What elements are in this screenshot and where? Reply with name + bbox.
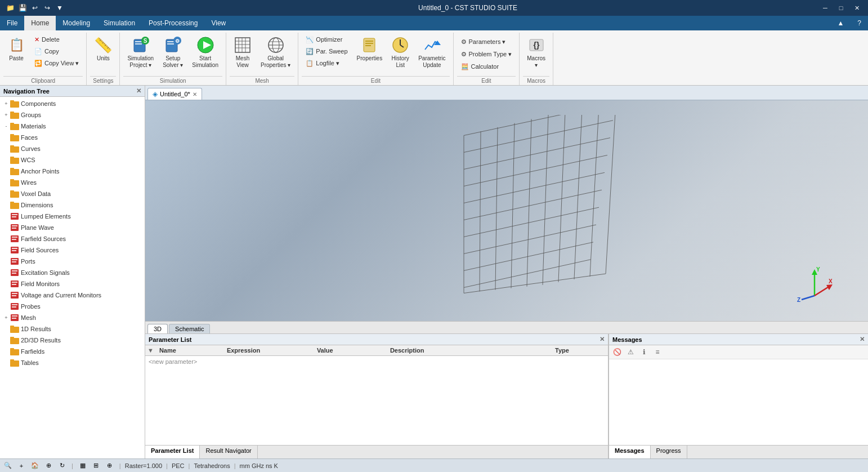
optimizer-button[interactable]: 📉 Optimizer bbox=[302, 34, 351, 45]
tree-expand-icon[interactable] bbox=[2, 269, 10, 277]
tree-expand-icon[interactable] bbox=[2, 280, 10, 288]
tree-item[interactable]: WCS bbox=[0, 154, 145, 166]
tree-item[interactable]: Faces bbox=[0, 132, 145, 143]
macros-button[interactable]: {} Macros▾ bbox=[523, 34, 549, 72]
messages-close-icon[interactable]: ✕ bbox=[860, 336, 865, 343]
msg-tab-messages[interactable]: Messages bbox=[609, 446, 651, 458]
global-properties-button[interactable]: GlobalProperties ▾ bbox=[257, 34, 294, 72]
copy-button[interactable]: 📄 Copy bbox=[30, 46, 83, 57]
tree-expand-icon[interactable] bbox=[2, 257, 10, 265]
3d-viewport[interactable]: Y X Z bbox=[145, 100, 868, 321]
tree-item[interactable]: 1D Results bbox=[0, 323, 145, 335]
tree-expand-icon[interactable] bbox=[2, 133, 10, 141]
close-button[interactable]: ✕ bbox=[850, 3, 863, 13]
units-button[interactable]: 📏 Units bbox=[90, 34, 116, 72]
home-view-btn[interactable]: 🏠 bbox=[29, 461, 41, 471]
tree-item[interactable]: + Groups bbox=[0, 109, 145, 121]
ribbon-collapse-btn[interactable]: ▲ bbox=[830, 16, 851, 30]
qat-dropdown[interactable]: ▼ bbox=[54, 2, 65, 14]
copy-view-button[interactable]: 🔁 Copy View ▾ bbox=[30, 57, 83, 69]
coord-btn[interactable]: ⊕ bbox=[104, 461, 115, 471]
zoom-in-btn[interactable]: 🔍 bbox=[2, 461, 14, 471]
tree-expand-icon[interactable]: + bbox=[2, 111, 10, 119]
zoom-fit-btn[interactable]: ⊕ bbox=[43, 461, 54, 471]
parameters-button[interactable]: ⚙ Parameters ▾ bbox=[457, 36, 516, 47]
tree-item[interactable]: 2D/3D Results bbox=[0, 335, 145, 346]
menu-home[interactable]: Home bbox=[24, 16, 56, 30]
tree-expand-icon[interactable] bbox=[2, 302, 10, 310]
mesh-view-button[interactable]: MeshView bbox=[230, 34, 256, 72]
param-tab-list[interactable]: Parameter List bbox=[145, 446, 200, 458]
tab-3d[interactable]: 3D bbox=[147, 324, 168, 333]
snap-btn[interactable]: ⊞ bbox=[91, 461, 102, 471]
tree-item[interactable]: Probes bbox=[0, 301, 145, 312]
tree-expand-icon[interactable] bbox=[2, 224, 10, 231]
tree-expand-icon[interactable] bbox=[2, 201, 10, 209]
tree-expand-icon[interactable] bbox=[2, 359, 10, 367]
messages-clear-btn[interactable]: 🚫 bbox=[611, 346, 623, 358]
qat-new[interactable]: 📁 bbox=[5, 2, 16, 14]
logfile-button[interactable]: 📋 Logfile ▾ bbox=[302, 57, 351, 69]
tree-item[interactable]: Plane Wave bbox=[0, 222, 145, 233]
tree-item[interactable]: Lumped Elements bbox=[0, 211, 145, 222]
tree-item[interactable]: Farfields bbox=[0, 346, 145, 357]
history-list-button[interactable]: HistoryList bbox=[387, 34, 413, 72]
messages-warning-btn[interactable]: ⚠ bbox=[625, 346, 636, 358]
restore-button[interactable]: □ bbox=[834, 3, 848, 13]
tree-expand-icon[interactable] bbox=[2, 179, 10, 186]
tree-item[interactable]: Wires bbox=[0, 177, 145, 188]
msg-tab-progress[interactable]: Progress bbox=[651, 446, 687, 458]
tree-expand-icon[interactable] bbox=[2, 145, 10, 153]
tree-item[interactable]: - Materials bbox=[0, 121, 145, 132]
mesh-mode-btn[interactable]: ▦ bbox=[77, 461, 88, 471]
par-sweep-button[interactable]: 🔄 Par. Sweep bbox=[302, 46, 351, 57]
tree-expand-icon[interactable] bbox=[2, 156, 10, 164]
zoom-out-btn[interactable]: + bbox=[16, 461, 27, 471]
menu-simulation[interactable]: Simulation bbox=[97, 16, 142, 30]
param-panel-close-icon[interactable]: ✕ bbox=[599, 336, 605, 343]
paste-button[interactable]: 📋 Paste bbox=[3, 34, 29, 72]
tree-expand-icon[interactable] bbox=[2, 348, 10, 355]
messages-list-btn[interactable]: ≡ bbox=[652, 346, 663, 358]
tree-item[interactable]: Voxel Data bbox=[0, 188, 145, 199]
qat-undo[interactable]: ↩ bbox=[29, 2, 41, 14]
tree-expand-icon[interactable] bbox=[2, 212, 10, 220]
tree-item[interactable]: Field Monitors bbox=[0, 278, 145, 290]
tree-expand-icon[interactable] bbox=[2, 235, 10, 243]
menu-modeling[interactable]: Modeling bbox=[56, 16, 97, 30]
tree-item[interactable]: Anchor Points bbox=[0, 166, 145, 177]
delete-button[interactable]: ✕ Delete bbox=[30, 34, 83, 45]
menu-view[interactable]: View bbox=[204, 16, 232, 30]
tree-item[interactable]: + Components bbox=[0, 98, 145, 109]
tab-schematic[interactable]: Schematic bbox=[169, 324, 210, 333]
tree-expand-icon[interactable] bbox=[2, 246, 10, 254]
parametric-update-button[interactable]: ParametricUpdate bbox=[414, 34, 449, 72]
nav-tree-content[interactable]: + Components + Groups - Materials Faces … bbox=[0, 97, 145, 458]
setup-solver-button[interactable]: ⚙ SetupSolver ▾ bbox=[159, 34, 187, 72]
tree-item[interactable]: + Mesh bbox=[0, 312, 145, 323]
document-tab[interactable]: ◈ Untitled_0* ✕ bbox=[147, 88, 202, 100]
start-simulation-button[interactable]: StartSimulation bbox=[188, 34, 222, 72]
param-tab-result-navigator[interactable]: Result Navigator bbox=[200, 446, 257, 458]
tree-item[interactable]: Farfield Sources bbox=[0, 233, 145, 244]
tree-item[interactable]: Field Sources bbox=[0, 244, 145, 256]
problem-type-button[interactable]: ⚙ Problem Type ▾ bbox=[457, 48, 516, 60]
tree-item[interactable]: Voltage and Current Monitors bbox=[0, 290, 145, 301]
tree-item[interactable]: Tables bbox=[0, 357, 145, 368]
rotate-btn[interactable]: ↻ bbox=[56, 461, 68, 471]
tree-expand-icon[interactable] bbox=[2, 291, 10, 299]
tree-expand-icon[interactable]: + bbox=[2, 314, 10, 322]
tree-expand-icon[interactable] bbox=[2, 167, 10, 175]
doc-tab-close[interactable]: ✕ bbox=[193, 91, 197, 97]
simulation-project-button[interactable]: S SimulationProject ▾ bbox=[123, 34, 158, 72]
calculator-button[interactable]: 🧮 Calculator bbox=[457, 61, 516, 72]
qat-redo[interactable]: ↪ bbox=[42, 2, 53, 14]
help-btn[interactable]: ? bbox=[851, 16, 868, 30]
tree-expand-icon[interactable]: + bbox=[2, 100, 10, 108]
qat-save[interactable]: 💾 bbox=[17, 2, 28, 14]
tree-expand-icon[interactable] bbox=[2, 190, 10, 198]
tree-item[interactable]: Ports bbox=[0, 256, 145, 267]
nav-tree-close-icon[interactable]: ✕ bbox=[136, 87, 141, 95]
tree-item[interactable]: Curves bbox=[0, 143, 145, 154]
menu-post-processing[interactable]: Post-Processing bbox=[142, 16, 204, 30]
